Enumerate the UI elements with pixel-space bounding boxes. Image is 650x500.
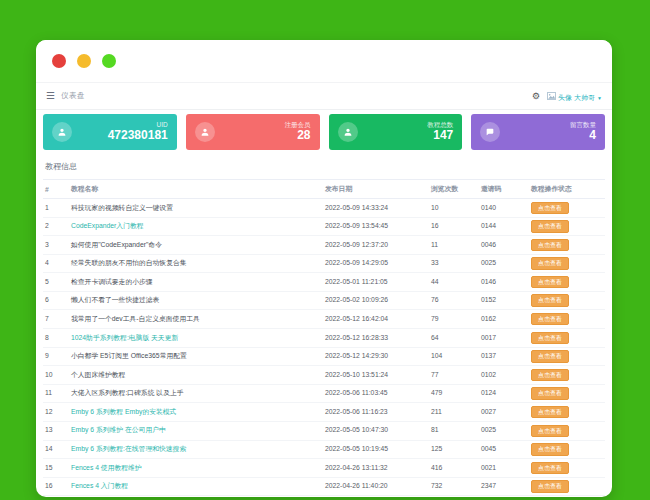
publish-date: 2022-04-21 14:21:45: [323, 496, 429, 497]
main-content: UID 472380181 注册会员 28 教程总数 1: [36, 110, 612, 497]
view-button[interactable]: 点击查看: [531, 220, 569, 232]
tutorial-title-link[interactable]: 大佬入区系列教程:口碑系统 以及上手: [69, 384, 323, 403]
stat-value: 4: [570, 129, 596, 143]
table-row: 8 1024助手系列教程:电脑版 天天更新 2022-05-12 16:28:3…: [43, 329, 605, 348]
action-cell: 点击查看: [529, 217, 605, 236]
invite-code: 0025: [479, 254, 529, 273]
view-button[interactable]: 点击查看: [531, 332, 569, 344]
stat-card-members: 注册会员 28: [186, 114, 320, 150]
tutorial-title-link[interactable]: 小白都学 E5订阅里 Office365常用配置: [69, 347, 323, 366]
row-index: 8: [43, 329, 69, 348]
tutorial-title-link[interactable]: 1024助手系列教程:电脑版 天天更新: [69, 329, 323, 348]
tutorial-title-link[interactable]: Fences 4 入门教程: [69, 477, 323, 496]
row-index: 10: [43, 366, 69, 385]
view-count: 11: [429, 236, 479, 255]
view-count: 125: [429, 440, 479, 459]
view-button[interactable]: 点击查看: [531, 350, 569, 362]
user-menu[interactable]: 头像 大帅哥 ▼: [547, 92, 602, 101]
table-row: 9 小白都学 E5订阅里 Office365常用配置 2022-05-12 14…: [43, 347, 605, 366]
table-row: 14 Emby 6 系列教程:在线管理和快速搜索 2022-05-05 10:1…: [43, 440, 605, 459]
view-count: 44: [429, 273, 479, 292]
view-button[interactable]: 点击查看: [531, 462, 569, 474]
invite-code: 0017: [479, 329, 529, 348]
row-index: 5: [43, 273, 69, 292]
table-row: 2 CodeExpander入门教程 2022-05-09 13:54:45 1…: [43, 217, 605, 236]
stat-value: 147: [427, 129, 453, 143]
action-cell: 点击查看: [529, 236, 605, 255]
minimize-window-button[interactable]: [77, 54, 91, 68]
header-date: 发布日期: [323, 180, 429, 199]
tutorial-title-link[interactable]: Fences 4 使用教程维护: [69, 459, 323, 478]
tutorial-title-link[interactable]: 经常失联的朋友不用怕的自动恢复合集: [69, 254, 323, 273]
tutorial-title-link[interactable]: 科技玩家的视频转自定义一键设置: [69, 199, 323, 218]
menu-toggle-icon[interactable]: ☰: [46, 91, 55, 101]
row-index: 17: [43, 496, 69, 497]
view-count: 479: [429, 384, 479, 403]
table-row: 12 Emby 6 系列教程 Emby的安装模式 2022-05-06 11:1…: [43, 403, 605, 422]
invite-code: 0102: [479, 366, 529, 385]
view-button[interactable]: 点击查看: [531, 313, 569, 325]
tutorial-title-link[interactable]: 懒人们不看了一些快捷过滤表: [69, 291, 323, 310]
action-cell: 点击查看: [529, 199, 605, 218]
tutorial-title-link[interactable]: Emby大会员协议二: [69, 496, 323, 497]
view-button[interactable]: 点击查看: [531, 480, 569, 492]
tutorial-title-link[interactable]: Emby 6 系列维护 在公司用户中: [69, 421, 323, 440]
action-cell: 点击查看: [529, 459, 605, 478]
tutorials-table: # 教程名称 发布日期 浏览次数 邀请码 教程操作状态 1 科技玩家的视频转自定…: [43, 179, 605, 497]
user-icon: [52, 122, 72, 142]
username: 大帅哥: [574, 94, 595, 101]
action-cell: 点击查看: [529, 477, 605, 496]
table-header-row: # 教程名称 发布日期 浏览次数 邀请码 教程操作状态: [43, 180, 605, 199]
view-button[interactable]: 点击查看: [531, 257, 569, 269]
publish-date: 2022-05-09 12:37:20: [323, 236, 429, 255]
view-button[interactable]: 点击查看: [531, 406, 569, 418]
view-count: 76: [429, 291, 479, 310]
chat-icon: [480, 122, 500, 142]
publish-date: 2022-05-06 11:16:23: [323, 403, 429, 422]
view-count: 732: [429, 477, 479, 496]
invite-code: 0137: [479, 347, 529, 366]
invite-code: 2347: [479, 477, 529, 496]
view-button[interactable]: 点击查看: [531, 276, 569, 288]
tutorial-title-link[interactable]: CodeExpander入门教程: [69, 217, 323, 236]
top-navbar: ☰ 仪表盘 ⚙ 头像 大帅哥 ▼: [36, 82, 612, 110]
tutorial-title-link[interactable]: Emby 6 系列教程:在线管理和快速搜索: [69, 440, 323, 459]
window-titlebar: [36, 40, 612, 82]
row-index: 2: [43, 217, 69, 236]
row-index: 4: [43, 254, 69, 273]
view-button[interactable]: 点击查看: [531, 443, 569, 455]
view-button[interactable]: 点击查看: [531, 425, 569, 437]
breadcrumb: 仪表盘: [61, 91, 85, 101]
row-index: 16: [43, 477, 69, 496]
header-index: #: [43, 180, 69, 199]
table-row: 6 懒人们不看了一些快捷过滤表 2022-05-02 10:09:26 76 0…: [43, 291, 605, 310]
view-button[interactable]: 点击查看: [531, 202, 569, 214]
view-count: 325: [429, 496, 479, 497]
action-cell: 点击查看: [529, 366, 605, 385]
view-count: 104: [429, 347, 479, 366]
invite-code: 0045: [479, 440, 529, 459]
table-row: 1 科技玩家的视频转自定义一键设置 2022-05-09 14:33:24 10…: [43, 199, 605, 218]
view-button[interactable]: 点击查看: [531, 369, 569, 381]
tutorial-title-link[interactable]: 如何使用"CodeExpander"命令: [69, 236, 323, 255]
invite-code: 0152: [479, 291, 529, 310]
close-window-button[interactable]: [52, 54, 66, 68]
tutorial-title-link[interactable]: 检查开卡调试要走的小步骤: [69, 273, 323, 292]
action-cell: 点击查看: [529, 273, 605, 292]
view-button[interactable]: 点击查看: [531, 294, 569, 306]
view-button[interactable]: 点击查看: [531, 387, 569, 399]
tutorial-title-link[interactable]: 我常用了一个dev工具-自定义桌面使用工具: [69, 310, 323, 329]
publish-date: 2022-05-05 10:19:45: [323, 440, 429, 459]
publish-date: 2022-05-09 13:54:45: [323, 217, 429, 236]
action-cell: 点击查看: [529, 310, 605, 329]
table-row: 7 我常用了一个dev工具-自定义桌面使用工具 2022-05-12 16:42…: [43, 310, 605, 329]
publish-date: 2022-05-02 10:09:26: [323, 291, 429, 310]
tutorial-title-link[interactable]: Emby 6 系列教程 Emby的安装模式: [69, 403, 323, 422]
row-index: 15: [43, 459, 69, 478]
gear-icon[interactable]: ⚙: [532, 92, 540, 101]
stat-card-uid: UID 472380181: [43, 114, 177, 150]
view-button[interactable]: 点击查看: [531, 239, 569, 251]
maximize-window-button[interactable]: [102, 54, 116, 68]
tutorial-title-link[interactable]: 个人图床维护教程: [69, 366, 323, 385]
invite-code: 0140: [479, 199, 529, 218]
